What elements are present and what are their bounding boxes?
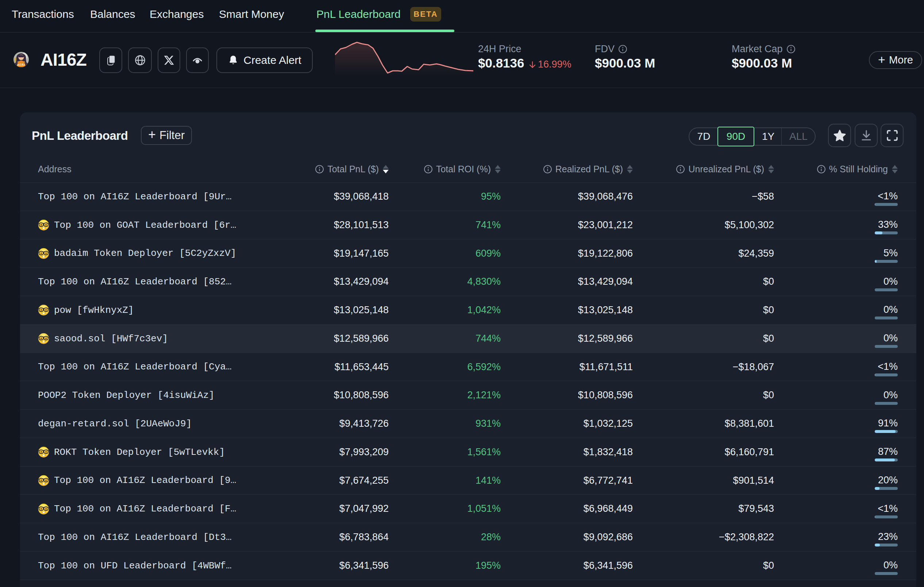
svg-text:ai16z: ai16z	[17, 63, 26, 66]
